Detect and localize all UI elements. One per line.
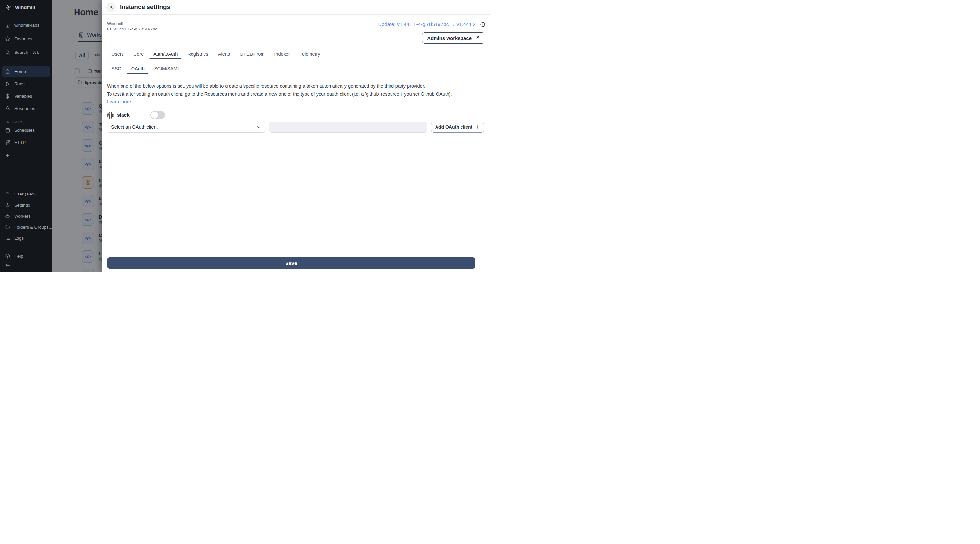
folder-open-icon — [5, 224, 10, 230]
play-icon — [5, 81, 10, 86]
auth-subtabs: SSO OAuth SCIM/SAML — [102, 64, 490, 74]
toggle-knob — [151, 112, 158, 119]
subtab-sso[interactable]: SSO — [108, 64, 126, 73]
close-button[interactable] — [106, 3, 116, 12]
sidebar-item-label: Logs — [14, 236, 24, 241]
sidebar-item-label: Schedules — [14, 128, 35, 132]
update-link[interactable]: Update: v1.441.1-4-g51f5197bc → v1.441.2 — [378, 21, 476, 27]
sidebar-item-http[interactable]: HTTP — [0, 137, 52, 148]
sidebar-item-label: Help — [14, 254, 23, 259]
close-icon — [109, 5, 113, 10]
sidebar-item-favorites[interactable]: Favorites — [0, 33, 52, 44]
slack-toggle[interactable] — [150, 111, 165, 119]
save-button[interactable]: Save — [107, 257, 476, 269]
tab-users[interactable]: Users — [108, 49, 128, 59]
sidebar-item-logs[interactable]: Logs — [0, 233, 52, 244]
version-block: Windmill EE v1.441.1-4-g51f5197bc — [107, 21, 157, 32]
app-window: Home Works All </> f/all f/provide </> — [0, 0, 490, 272]
tab-alerts[interactable]: Alerts — [214, 49, 234, 59]
gear-icon — [5, 202, 10, 208]
tab-registries[interactable]: Registries — [183, 49, 212, 59]
arrow-left-icon — [5, 263, 10, 268]
version-text: EE v1.441.1-4-g51f5197bc — [107, 26, 157, 32]
sidebar: Windmill windmill-labs Favorites Searc — [0, 0, 52, 272]
slack-provider-label: slack — [117, 112, 130, 118]
route-icon — [5, 140, 10, 145]
plus-icon — [5, 153, 10, 158]
windmill-logo[interactable]: Windmill — [0, 0, 52, 14]
pinwheel-icon — [5, 4, 12, 11]
info-icon[interactable] — [480, 22, 485, 27]
sidebar-item-runs[interactable]: Runs — [0, 78, 52, 89]
oauth-client-id-input[interactable] — [269, 121, 427, 132]
collapse-sidebar-button[interactable] — [0, 262, 52, 269]
sidebar-item-label: HTTP — [14, 140, 25, 145]
description-line-2: To test it after setting an oauth client… — [107, 90, 480, 98]
slack-icon — [107, 112, 114, 119]
list-icon — [5, 235, 10, 241]
tab-otel-prom[interactable]: OTEL/Prom — [236, 49, 269, 59]
sidebar-item-workspace[interactable]: windmill-labs — [0, 19, 52, 30]
sidebar-item-workers[interactable]: Workers — [0, 211, 52, 222]
oauth-controls-row: Select an OAuth client Add OAuth client — [107, 121, 484, 132]
sidebar-item-search[interactable]: Search ⌘k — [0, 47, 52, 58]
learn-more-link[interactable]: Learn more — [107, 99, 131, 104]
sidebar-item-label: windmill-labs — [14, 23, 39, 27]
description-line-1: When one of the below options is set, yo… — [107, 82, 480, 90]
sidebar-item-label: Variables — [14, 94, 32, 99]
add-oauth-client-button[interactable]: Add OAuth client — [431, 121, 484, 132]
sidebar-item-variables[interactable]: Variables — [0, 91, 52, 102]
app-name: Windmill — [15, 5, 35, 10]
tab-core[interactable]: Core — [130, 49, 148, 59]
sidebar-item-resources[interactable]: Resources — [0, 103, 52, 114]
chevron-down-icon — [256, 125, 261, 130]
building-icon — [5, 22, 10, 28]
search-icon — [5, 49, 10, 55]
oauth-description: When one of the below options is set, yo… — [107, 82, 480, 98]
add-trigger-button[interactable] — [0, 150, 52, 161]
sidebar-item-settings[interactable]: Settings — [0, 199, 52, 211]
sidebar-item-label: Workers — [14, 214, 30, 219]
oauth-client-select[interactable]: Select an OAuth client — [107, 121, 266, 132]
slack-provider-row: slack — [107, 111, 130, 119]
drawer-header: Instance settings — [102, 0, 490, 14]
sidebar-item-home[interactable]: Home — [2, 66, 50, 77]
sidebar-item-label: Folders & Groups... — [14, 225, 52, 230]
sidebar-item-help[interactable]: Help — [0, 250, 52, 262]
add-oauth-client-label: Add OAuth client — [435, 124, 472, 130]
sidebar-item-label: Home — [14, 69, 26, 74]
star-icon — [5, 36, 10, 41]
help-circle-icon — [5, 254, 10, 259]
plus-icon — [475, 125, 480, 129]
tab-telemetry[interactable]: Telemetry — [296, 49, 324, 59]
boxes-icon — [5, 106, 10, 111]
sidebar-item-label: Favorites — [14, 36, 32, 41]
sidebar-item-folders-groups[interactable]: Folders & Groups... — [0, 222, 52, 233]
app-name: Windmill — [107, 21, 157, 26]
update-row: Update: v1.441.1-4-g51f5197bc → v1.441.2 — [378, 21, 485, 27]
oauth-client-select-value: Select an OAuth client — [111, 124, 158, 130]
sidebar-item-label: Search — [14, 50, 28, 55]
drawer-title: Instance settings — [120, 3, 170, 11]
tab-indexer[interactable]: Indexer — [270, 49, 294, 59]
sidebar-item-label: Settings — [14, 203, 30, 207]
sidebar-item-label: User (alex) — [14, 191, 36, 196]
calendar-icon — [5, 128, 10, 133]
subtab-oauth[interactable]: OAuth — [127, 64, 148, 73]
sidebar-item-user[interactable]: User (alex) — [0, 188, 52, 199]
sidebar-item-label: Runs — [14, 81, 25, 86]
triggers-section-label: TRIGGERS — [0, 117, 52, 124]
external-link-icon — [474, 36, 479, 40]
bot-icon — [5, 213, 10, 219]
search-shortcut: ⌘k — [33, 50, 39, 55]
home-icon — [5, 69, 10, 74]
admins-workspace-label: Admins workspace — [427, 35, 471, 41]
instance-settings-drawer: Instance settings Windmill EE v1.441.1-4… — [102, 0, 490, 272]
sidebar-item-label: Resources — [14, 106, 35, 111]
user-icon — [5, 191, 10, 197]
settings-tabs: Users Core Auth/OAuth Registries Alerts … — [102, 49, 490, 59]
admins-workspace-button[interactable]: Admins workspace — [422, 32, 485, 44]
tab-auth-oauth[interactable]: Auth/OAuth — [150, 49, 181, 59]
subtab-scim-saml[interactable]: SCIM/SAML — [150, 64, 184, 73]
sidebar-item-schedules[interactable]: Schedules — [0, 124, 52, 136]
